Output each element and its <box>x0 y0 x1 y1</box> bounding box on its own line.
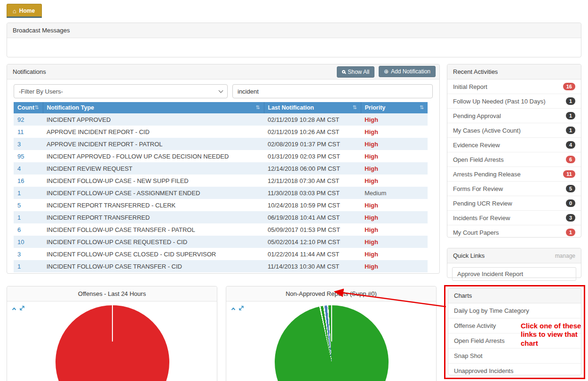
recent-activity-item[interactable]: Open Field Arrests6 <box>447 152 581 167</box>
priority-value: High <box>361 199 428 211</box>
broadcast-header: Broadcast Messages <box>7 23 581 38</box>
activity-label: Arrests Pending Release <box>453 171 521 178</box>
recent-activity-item[interactable]: Forms For Review5 <box>447 182 581 196</box>
priority-value: High <box>361 162 428 175</box>
count-link[interactable]: 1 <box>14 187 43 199</box>
chart-link-item[interactable]: Unapproved Incidents <box>448 364 581 378</box>
count-link[interactable]: 4 <box>14 162 43 175</box>
count-link[interactable]: 16 <box>14 175 43 187</box>
count-link[interactable]: 1 <box>14 211 43 223</box>
chart-link-item[interactable]: Daily Log by Time Category <box>448 303 581 318</box>
tab-home[interactable]: ⌂ Home <box>7 4 42 18</box>
recent-activity-item[interactable]: Pending Approval1 <box>447 109 581 123</box>
collapse-icon[interactable] <box>12 307 16 311</box>
count-link[interactable]: 92 <box>14 113 43 126</box>
chart-link-item[interactable]: Offense Activity <box>448 318 581 333</box>
notification-row[interactable]: 6INCIDENT FOLLOW-UP CASE TRANSFER - PATR… <box>14 223 428 236</box>
notifications-filter-row: -Filter By Users- <box>7 79 439 101</box>
notification-row[interactable]: 92INCIDENT APPROVED02/11/2019 10:28 AM C… <box>14 113 428 126</box>
expand-icon[interactable] <box>238 304 244 313</box>
activity-label: Initial Report <box>453 83 487 90</box>
charts-title: Charts <box>454 292 472 299</box>
column-type[interactable]: Notification Type⇅ <box>43 102 264 113</box>
quick-link-item[interactable]: Approve Incident Report <box>452 267 576 281</box>
chevron-down-icon <box>219 88 223 93</box>
notification-row[interactable]: 11APPROVE INCIDENT REPORT - CID02/11/201… <box>14 126 428 138</box>
notification-row[interactable]: 1INCIDENT FOLLOW-UP CASE - ASSIGNMENT EN… <box>14 187 428 199</box>
count-link[interactable]: 5 <box>14 199 43 211</box>
collapse-icon[interactable] <box>231 307 235 311</box>
column-priority[interactable]: Priority⇅ <box>361 102 428 113</box>
notification-row[interactable]: 1INCIDENT REPORT TRANSFERRED06/19/2018 1… <box>14 211 428 223</box>
notifications-actions: Show All ⊕ Add Notification <box>337 66 436 78</box>
count-link[interactable]: 3 <box>14 248 43 260</box>
last-notification-date: 05/09/2017 01:53 PM CST <box>264 223 361 236</box>
recent-activity-item[interactable]: My Court Papers1 <box>447 225 581 239</box>
offenses-chart-panel: Offenses - Last 24 Hours <box>7 286 217 381</box>
column-last-notification[interactable]: Last Notification⇅ <box>264 102 361 113</box>
recent-activity-item[interactable]: Follow Up Needed (Past 10 Days)1 <box>447 94 581 109</box>
count-link[interactable]: 10 <box>14 236 43 248</box>
count-badge: 3 <box>566 214 575 222</box>
priority-value: High <box>361 211 428 223</box>
notification-type: INCIDENT FOLLOW-UP CASE REQUESTED - CID <box>43 236 264 248</box>
notification-row[interactable]: 16INCIDENT FOLLOW-UP CASE - NEW SUPP FIL… <box>14 175 428 187</box>
notification-row[interactable]: 10INCIDENT FOLLOW-UP CASE REQUESTED - CI… <box>14 236 428 248</box>
notification-row[interactable]: 5INCIDENT REPORT TRANSFERRED - CLERK10/2… <box>14 199 428 211</box>
recent-activities-header: Recent Activities <box>447 64 581 79</box>
notification-type: INCIDENT APPROVED - FOLLOW UP CASE DECIS… <box>43 150 264 162</box>
notification-type: INCIDENT FOLLOW-UP CASE - ASSIGNMENT END… <box>43 187 264 199</box>
manage-link[interactable]: manage <box>555 253 575 259</box>
quick-links-list: Approve Incident Report <box>447 267 581 281</box>
chart-controls <box>232 304 244 313</box>
sort-icon: ⇅ <box>34 104 39 111</box>
notification-search-input[interactable] <box>232 84 433 98</box>
recent-activity-item[interactable]: Evidence Review4 <box>447 138 581 152</box>
nonapproved-chart-header: Non-Approved Reports (Supp #0) <box>226 286 436 302</box>
notification-type: INCIDENT FOLLOW-UP CASE - NEW SUPP FILED <box>43 175 264 187</box>
show-all-button[interactable]: Show All <box>337 66 374 78</box>
activity-label: Incidents For Review <box>453 214 510 222</box>
count-link[interactable]: 3 <box>14 138 43 150</box>
count-badge: 1 <box>566 97 575 105</box>
recent-activity-item[interactable]: Incidents For Review3 <box>447 211 581 225</box>
charts-panel: Charts Daily Log by Time CategoryOffense… <box>448 288 581 375</box>
last-notification-date: 12/11/2018 07:30 AM CST <box>264 175 361 187</box>
count-link[interactable]: 95 <box>14 150 43 162</box>
count-badge: 0 <box>566 199 575 207</box>
count-link[interactable]: 11 <box>14 126 43 138</box>
broadcast-body <box>7 38 581 58</box>
notification-row[interactable]: 95INCIDENT APPROVED - FOLLOW UP CASE DEC… <box>14 150 428 162</box>
count-link[interactable]: 6 <box>14 223 43 236</box>
notification-row[interactable]: 1INCIDENT FOLLOW-UP CASE TRANSFER - CID1… <box>14 260 428 272</box>
recent-activity-item[interactable]: Arrests Pending Release11 <box>447 167 581 182</box>
recent-activity-item[interactable]: Pending UCR Review0 <box>447 196 581 211</box>
notification-row[interactable]: 4INCIDENT REVIEW REQUEST12/14/2018 06:00… <box>14 162 428 175</box>
chart-links-list: Daily Log by Time CategoryOffense Activi… <box>448 303 581 378</box>
recent-activities-list: Initial Report16Follow Up Needed (Past 1… <box>447 79 581 239</box>
filter-by-users-select[interactable]: -Filter By Users- <box>14 84 228 98</box>
last-notification-date: 01/31/2019 02:03 PM CST <box>264 150 361 162</box>
chart-link-item[interactable]: Open Field Arrests <box>448 333 581 349</box>
notification-type: INCIDENT REVIEW REQUEST <box>43 162 264 175</box>
recent-activity-item[interactable]: My Cases (Active Count)1 <box>447 123 581 138</box>
notifications-table-body: 92INCIDENT APPROVED02/11/2019 10:28 AM C… <box>14 113 428 272</box>
last-notification-date: 11/14/2013 10:30 AM CST <box>264 260 361 272</box>
add-notification-button[interactable]: ⊕ Add Notification <box>379 66 436 77</box>
priority-value: High <box>361 175 428 187</box>
expand-icon[interactable] <box>19 304 25 313</box>
notification-type: APPROVE INCIDENT REPORT - PATROL <box>43 138 264 150</box>
offenses-pie-chart <box>56 305 169 381</box>
column-count[interactable]: Count⇅ <box>14 102 43 113</box>
count-badge: 5 <box>566 185 575 192</box>
tab-home-label: Home <box>19 8 35 14</box>
chart-link-item[interactable]: Snap Shot <box>448 349 581 364</box>
count-badge: 4 <box>566 141 575 149</box>
notification-row[interactable]: 3APPROVE INCIDENT REPORT - PATROL02/08/2… <box>14 138 428 150</box>
activity-label: Follow Up Needed (Past 10 Days) <box>453 98 546 105</box>
recent-activity-item[interactable]: Initial Report16 <box>447 79 581 94</box>
notification-row[interactable]: 3INCIDENT FOLLOW-UP CASE CLOSED - CID SU… <box>14 248 428 260</box>
notifications-header: Notifications Show All ⊕ Add Notificatio… <box>7 64 439 79</box>
count-badge: 11 <box>563 170 575 178</box>
count-link[interactable]: 1 <box>14 260 43 272</box>
